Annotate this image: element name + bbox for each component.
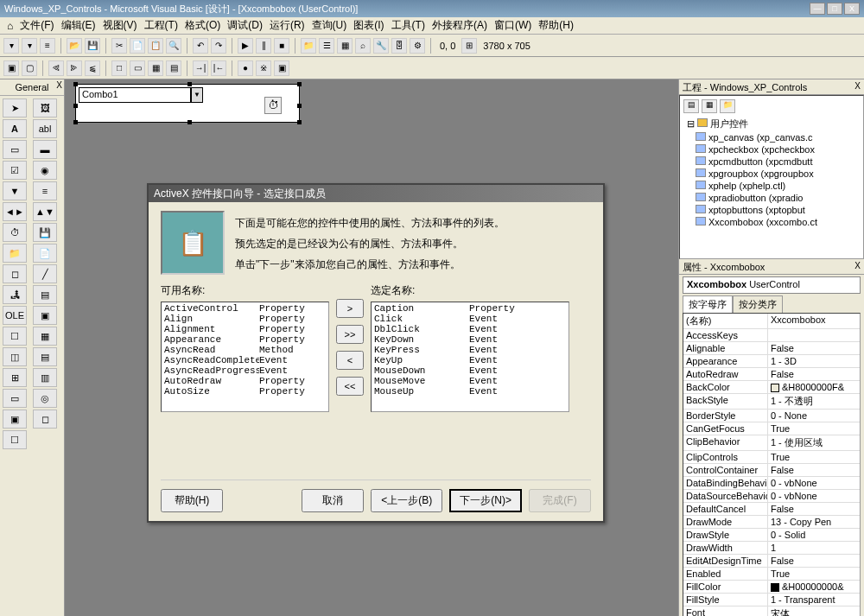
tree-item[interactable]: xpradiobutton (xpradio bbox=[683, 192, 860, 204]
tree-folder[interactable]: 用户控件 bbox=[710, 118, 748, 129]
menu-file[interactable]: 文件(F) bbox=[17, 16, 56, 35]
bring-front-icon[interactable]: ▣ bbox=[3, 60, 19, 76]
project-tree[interactable]: ▤ ▦ 📁 ⊟ 用户控件 xp_canvas (xp_canvas.cxpche… bbox=[679, 95, 864, 259]
timer-control[interactable]: ⏱ bbox=[264, 97, 282, 114]
tree-item[interactable]: Xxcombobox (xxcombo.ct bbox=[683, 216, 860, 228]
add-form-icon[interactable]: ▾ bbox=[22, 38, 37, 54]
property-row[interactable]: AlignableFalse bbox=[683, 342, 860, 355]
property-row[interactable]: EditAtDesignTimeFalse bbox=[683, 555, 860, 568]
list-item[interactable]: CaptionProperty bbox=[372, 303, 568, 314]
picturebox-tool-icon[interactable]: 🖼 bbox=[33, 98, 57, 117]
custom-tool-icon[interactable]: ▣ bbox=[3, 410, 27, 429]
commandbutton-tool-icon[interactable]: ▬ bbox=[33, 140, 57, 159]
indent-icon[interactable]: →| bbox=[193, 60, 208, 76]
tree-item[interactable]: xpcheckbox (xpcheckbox bbox=[683, 143, 860, 156]
run-icon[interactable]: ▶ bbox=[238, 38, 253, 54]
combobox-tool-icon[interactable]: ▼ bbox=[3, 181, 27, 200]
custom-tool-icon[interactable]: ◫ bbox=[3, 347, 27, 366]
menu-run[interactable]: 运行(R) bbox=[267, 16, 308, 35]
custom-tool-icon[interactable]: ☐ bbox=[3, 430, 27, 449]
list-item[interactable]: KeyPressEvent bbox=[372, 345, 568, 355]
toggle-folders-icon[interactable]: 📁 bbox=[720, 99, 735, 113]
checkbox-tool-icon[interactable]: ☑ bbox=[3, 161, 27, 180]
tb-icon[interactable]: ▭ bbox=[130, 60, 145, 76]
vscrollbar-tool-icon[interactable]: ▲▼ bbox=[33, 202, 57, 221]
menu-diagram[interactable]: 图表(I) bbox=[351, 16, 386, 35]
combo-dropdown-icon[interactable]: ▼ bbox=[191, 87, 203, 103]
menu-editor-icon[interactable]: ≡ bbox=[40, 38, 55, 54]
cancel-button[interactable]: 取消 bbox=[302, 489, 364, 512]
data-tool-icon[interactable]: ▤ bbox=[33, 285, 57, 304]
property-row[interactable]: ControlContainerFalse bbox=[683, 464, 860, 477]
find-icon[interactable]: 🔍 bbox=[166, 38, 181, 54]
paste-icon[interactable]: 📋 bbox=[148, 38, 163, 54]
list-item[interactable]: MouseUpEvent bbox=[372, 386, 568, 397]
menu-format[interactable]: 格式(O) bbox=[182, 16, 223, 35]
custom-tool-icon[interactable]: ☐ bbox=[3, 327, 27, 346]
object-selector[interactable]: Xxcombobox UserControl bbox=[683, 276, 861, 294]
help-button[interactable]: 帮助(H) bbox=[161, 489, 223, 512]
menu-help[interactable]: 帮助(H) bbox=[536, 16, 576, 35]
custom-tool-icon[interactable]: ⊞ bbox=[3, 368, 27, 387]
component-icon[interactable]: ⚙ bbox=[410, 38, 425, 54]
available-listbox[interactable]: ActiveControlPropertyAlignPropertyAlignm… bbox=[161, 302, 329, 412]
menu-window[interactable]: 窗口(W) bbox=[492, 16, 534, 35]
property-row[interactable]: BorderStyle0 - None bbox=[683, 410, 860, 422]
redo-icon[interactable]: ↷ bbox=[211, 38, 226, 54]
frame-tool-icon[interactable]: ▭ bbox=[3, 140, 27, 159]
drivelistbox-tool-icon[interactable]: 💾 bbox=[33, 223, 57, 242]
close-icon[interactable]: X bbox=[854, 81, 861, 92]
back-button[interactable]: <上一步(B) bbox=[371, 489, 442, 512]
custom-tool-icon[interactable]: ▭ bbox=[3, 389, 27, 408]
minimize-button[interactable]: — bbox=[810, 3, 825, 15]
close-button[interactable]: X bbox=[844, 3, 860, 15]
list-item[interactable]: KeyDownEvent bbox=[372, 334, 568, 345]
combo1-control[interactable]: Combo1 bbox=[79, 87, 191, 103]
property-row[interactable]: BackStyle1 - 不透明 bbox=[683, 394, 860, 410]
tree-item[interactable]: xp_canvas (xp_canvas.c bbox=[683, 131, 860, 143]
menu-tools[interactable]: 工具(T) bbox=[389, 16, 428, 35]
custom-tool-icon[interactable]: ▤ bbox=[33, 347, 57, 366]
next-button[interactable]: 下一步(N)> bbox=[449, 489, 522, 512]
property-row[interactable]: FillStyle1 - Transparent bbox=[683, 594, 860, 606]
menu-project[interactable]: 工程(T) bbox=[142, 16, 181, 35]
list-item[interactable]: MouseMoveEvent bbox=[372, 376, 568, 386]
property-row[interactable]: DrawMode13 - Copy Pen bbox=[683, 516, 860, 529]
property-row[interactable]: ClipControlsTrue bbox=[683, 451, 860, 464]
cut-icon[interactable]: ✂ bbox=[111, 38, 127, 54]
list-item[interactable]: AsyncReadProgressEvent bbox=[162, 365, 327, 376]
property-row[interactable]: Appearance1 - 3D bbox=[683, 355, 860, 368]
list-item[interactable]: KeyUpEvent bbox=[372, 355, 568, 365]
properties-icon[interactable]: ☰ bbox=[319, 38, 334, 54]
tab-alphabetic[interactable]: 按字母序 bbox=[683, 295, 733, 313]
outdent-icon[interactable]: |← bbox=[211, 60, 226, 76]
properties-grid[interactable]: (名称)XxcomboboxAccessKeysAlignableFalseAp… bbox=[683, 313, 861, 616]
list-item[interactable]: AsyncReadCompleteEvent bbox=[162, 355, 327, 365]
list-item[interactable]: AlignmentProperty bbox=[162, 324, 327, 334]
list-item[interactable]: AutoRedrawProperty bbox=[162, 376, 327, 386]
object-browser-icon[interactable]: ⌕ bbox=[355, 38, 371, 54]
list-item[interactable]: AlignProperty bbox=[162, 314, 327, 324]
align-center-icon[interactable]: ⫸ bbox=[67, 60, 82, 76]
pointer-tool-icon[interactable]: ➤ bbox=[3, 98, 27, 117]
menu-debug[interactable]: 调试(D) bbox=[225, 16, 265, 35]
add-all-button[interactable]: >> bbox=[336, 325, 364, 344]
save-icon[interactable]: 💾 bbox=[85, 38, 100, 54]
optionbutton-tool-icon[interactable]: ◉ bbox=[33, 161, 57, 180]
remove-all-button[interactable]: << bbox=[336, 377, 364, 396]
maximize-button[interactable]: □ bbox=[827, 3, 842, 15]
add-button[interactable]: > bbox=[336, 299, 364, 318]
textbox-tool-icon[interactable]: abl bbox=[33, 119, 57, 138]
align-right-icon[interactable]: ⫹ bbox=[85, 60, 100, 76]
view-object-icon[interactable]: ▦ bbox=[702, 99, 717, 113]
list-item[interactable]: AppearanceProperty bbox=[162, 334, 327, 345]
tree-item[interactable]: xpcmdbutton (xpcmdbutt bbox=[683, 156, 860, 168]
menu-addins[interactable]: 外接程序(A) bbox=[429, 16, 490, 35]
timer-tool-icon[interactable]: ⏱ bbox=[3, 223, 27, 242]
tree-item[interactable]: xptopbuttons (xptopbut bbox=[683, 204, 860, 216]
filelistbox-tool-icon[interactable]: 📄 bbox=[33, 244, 57, 263]
data-view-icon[interactable]: 🗄 bbox=[391, 38, 407, 54]
image-tool-icon[interactable]: 🏞 bbox=[3, 285, 27, 304]
custom-tool-icon[interactable]: ▥ bbox=[33, 368, 57, 387]
close-icon[interactable]: X bbox=[854, 261, 861, 272]
